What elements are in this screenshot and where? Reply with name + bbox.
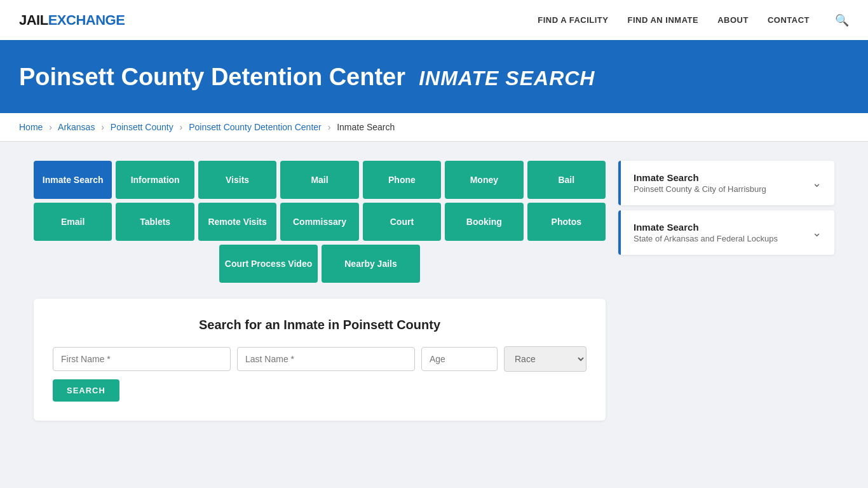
first-name-input[interactable] bbox=[53, 347, 231, 371]
search-button[interactable]: SEARCH bbox=[53, 379, 119, 402]
nav-find-facility[interactable]: FIND A FACILITY bbox=[538, 15, 608, 25]
tab-money[interactable]: Money bbox=[445, 161, 523, 199]
tab-inmate-search[interactable]: Inmate Search bbox=[34, 161, 112, 199]
race-select[interactable]: Race White Black Hispanic Asian Other bbox=[504, 346, 587, 372]
navigation: JAILEXCHANGE FIND A FACILITY FIND AN INM… bbox=[0, 0, 868, 41]
nav-contact[interactable]: CONTACT bbox=[768, 15, 810, 25]
age-input[interactable] bbox=[421, 347, 498, 371]
tab-information[interactable]: Information bbox=[116, 161, 194, 199]
breadcrumb-arkansas[interactable]: Arkansas bbox=[58, 122, 95, 132]
logo-exchange: EXCHANGE bbox=[48, 12, 125, 28]
tabs-row-1: Inmate Search Information Visits Mail Ph… bbox=[34, 161, 606, 199]
tab-photos[interactable]: Photos bbox=[527, 203, 606, 241]
tab-phone[interactable]: Phone bbox=[363, 161, 441, 199]
sidebar-card-1-text: Inmate Search Poinsett County & City of … bbox=[634, 172, 766, 194]
sidebar-card-2-header[interactable]: Inmate Search State of Arkansas and Fede… bbox=[618, 210, 834, 255]
sidebar-card-1-header[interactable]: Inmate Search Poinsett County & City of … bbox=[618, 161, 834, 205]
breadcrumb-facility[interactable]: Poinsett County Detention Center bbox=[189, 122, 322, 132]
page-title: Poinsett County Detention Center INMATE … bbox=[19, 64, 849, 91]
sidebar-card-1-title: Inmate Search bbox=[634, 172, 766, 183]
site-logo[interactable]: JAILEXCHANGE bbox=[19, 12, 538, 29]
search-icon[interactable]: 🔍 bbox=[835, 13, 849, 27]
content-area: Inmate Search Information Visits Mail Ph… bbox=[34, 161, 606, 421]
tab-court[interactable]: Court bbox=[363, 203, 441, 241]
chevron-down-icon: ⌄ bbox=[812, 176, 822, 190]
tab-email[interactable]: Email bbox=[34, 203, 112, 241]
breadcrumb-sep-3: › bbox=[180, 122, 183, 132]
tab-nearby-jails[interactable]: Nearby Jails bbox=[322, 245, 420, 283]
search-box-title: Search for an Inmate in Poinsett County bbox=[53, 318, 587, 332]
sidebar-card-2-title: Inmate Search bbox=[634, 222, 778, 233]
sidebar: Inmate Search Poinsett County & City of … bbox=[618, 161, 834, 421]
tab-remote-visits[interactable]: Remote Visits bbox=[198, 203, 276, 241]
main-container: Inmate Search Information Visits Mail Ph… bbox=[21, 142, 847, 440]
tab-commissary[interactable]: Commissary bbox=[280, 203, 358, 241]
sidebar-card-2-subtitle: State of Arkansas and Federal Lockups bbox=[634, 234, 778, 243]
breadcrumb-home[interactable]: Home bbox=[19, 122, 43, 132]
breadcrumb-current: Inmate Search bbox=[337, 122, 395, 132]
hero-section: Poinsett County Detention Center INMATE … bbox=[0, 41, 868, 113]
sidebar-card-1-subtitle: Poinsett County & City of Harrisburg bbox=[634, 184, 766, 194]
nav-links: FIND A FACILITY FIND AN INMATE ABOUT CON… bbox=[538, 13, 849, 27]
tab-bail[interactable]: Bail bbox=[527, 161, 606, 199]
nav-find-inmate[interactable]: FIND AN INMATE bbox=[627, 15, 698, 25]
sidebar-card-2-text: Inmate Search State of Arkansas and Fede… bbox=[634, 222, 778, 243]
sidebar-card-2: Inmate Search State of Arkansas and Fede… bbox=[618, 210, 834, 255]
search-form: Race White Black Hispanic Asian Other bbox=[53, 346, 587, 372]
breadcrumb: Home › Arkansas › Poinsett County › Poin… bbox=[0, 113, 868, 142]
breadcrumb-county[interactable]: Poinsett County bbox=[111, 122, 173, 132]
tab-tablets[interactable]: Tablets bbox=[116, 203, 194, 241]
tab-booking[interactable]: Booking bbox=[445, 203, 523, 241]
tab-visits[interactable]: Visits bbox=[198, 161, 276, 199]
chevron-down-icon-2: ⌄ bbox=[812, 226, 822, 240]
logo-jail: JAIL bbox=[19, 12, 48, 28]
sidebar-card-1: Inmate Search Poinsett County & City of … bbox=[618, 161, 834, 205]
breadcrumb-sep-2: › bbox=[101, 122, 104, 132]
last-name-input[interactable] bbox=[237, 347, 415, 371]
tab-court-process-video[interactable]: Court Process Video bbox=[219, 245, 318, 283]
tab-mail[interactable]: Mail bbox=[280, 161, 358, 199]
breadcrumb-sep-4: › bbox=[328, 122, 331, 132]
nav-about[interactable]: ABOUT bbox=[717, 15, 749, 25]
inmate-search-box: Search for an Inmate in Poinsett County … bbox=[34, 299, 606, 421]
tabs-row-3: Court Process Video Nearby Jails bbox=[34, 245, 606, 283]
tabs-row-2: Email Tablets Remote Visits Commissary C… bbox=[34, 203, 606, 241]
breadcrumb-sep-1: › bbox=[49, 122, 52, 132]
